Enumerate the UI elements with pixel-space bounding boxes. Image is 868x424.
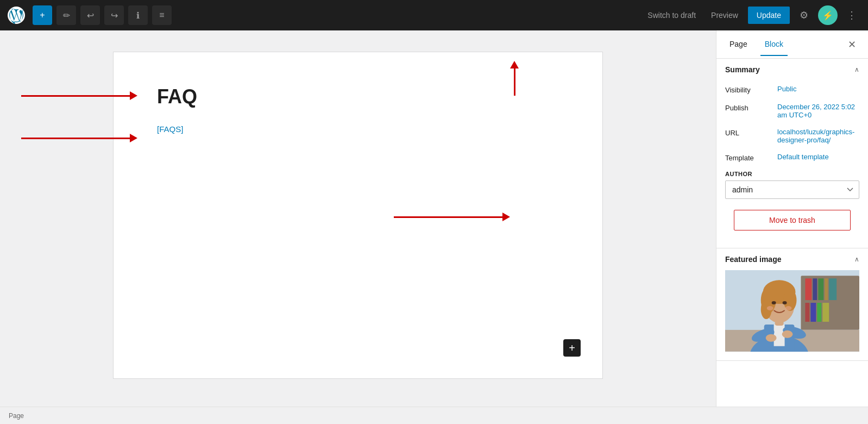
switch-to-draft-button[interactable]: Switch to draft <box>642 8 701 23</box>
svg-point-0 <box>8 7 25 24</box>
info-icon: ℹ <box>136 10 140 21</box>
svg-rect-8 <box>805 303 809 322</box>
add-block-toolbar-button[interactable]: + <box>33 5 52 25</box>
visibility-value[interactable]: Public <box>777 85 796 93</box>
shortcode-block[interactable]: [FAQS] <box>157 124 559 134</box>
sidebar-tabs: Page Block ✕ <box>716 30 868 59</box>
svg-point-18 <box>766 334 777 342</box>
svg-point-19 <box>782 331 793 338</box>
svg-rect-7 <box>829 278 836 300</box>
template-label: Template <box>725 153 769 162</box>
move-trash-container: Move to trash <box>716 205 868 248</box>
url-value[interactable]: localhost/luzuk/graphics-designer-pro/fa… <box>777 128 859 144</box>
status-bar: Page <box>0 407 868 424</box>
page-title-heading[interactable]: FAQ <box>157 85 559 108</box>
add-block-canvas-button[interactable]: + <box>563 339 581 357</box>
summary-publish-row: Publish December 26, 2022 5:02 am UTC+0 <box>716 98 868 123</box>
visibility-label: Visibility <box>725 85 769 94</box>
editor-canvas: FAQ [FAQS] + <box>114 52 602 378</box>
svg-rect-5 <box>818 278 823 300</box>
svg-rect-6 <box>825 278 828 300</box>
featured-image-section-header[interactable]: Featured image ∧ <box>716 248 868 270</box>
info-button[interactable]: ℹ <box>128 5 148 25</box>
chevron-up-icon: ∧ <box>854 66 859 73</box>
more-options-button[interactable]: ⋮ <box>842 5 861 25</box>
editor-area: FAQ [FAQS] + <box>0 30 716 407</box>
featured-image-container <box>716 270 868 360</box>
redo-icon: ↪ <box>111 10 118 21</box>
close-icon: ✕ <box>848 39 856 51</box>
tab-block[interactable]: Block <box>760 33 788 56</box>
featured-image-title: Featured image <box>725 255 781 264</box>
summary-section-title: Summary <box>725 65 760 74</box>
featured-image-section: Featured image ∧ <box>716 248 868 361</box>
svg-point-26 <box>772 301 776 304</box>
edit-button[interactable]: ✏ <box>56 5 76 25</box>
lightning-icon: ⚡ <box>822 10 833 21</box>
move-to-trash-button[interactable]: Move to trash <box>734 210 851 230</box>
close-sidebar-button[interactable]: ✕ <box>844 37 859 52</box>
template-value[interactable]: Default template <box>777 153 829 161</box>
featured-image-preview[interactable] <box>725 270 859 352</box>
author-label: AUTHOR <box>725 171 859 177</box>
summary-section-header[interactable]: Summary ∧ <box>716 59 868 80</box>
main-layout: FAQ [FAQS] + Page Block <box>0 30 868 407</box>
toolbar: + ✏ ↩ ↪ ℹ ≡ Switch to draft Preview Upda… <box>0 0 868 30</box>
tab-page[interactable]: Page <box>725 33 752 56</box>
url-label: URL <box>725 128 769 137</box>
annotation-arrow-shortcode <box>21 134 137 142</box>
summary-url-row: URL localhost/luzuk/graphics-designer-pr… <box>716 123 868 148</box>
svg-point-28 <box>767 306 773 310</box>
author-select[interactable]: admin <box>725 180 859 199</box>
summary-template-row: Template Default template <box>716 148 868 166</box>
status-text: Page <box>9 412 24 420</box>
preview-button[interactable]: Preview <box>706 8 744 23</box>
sidebar-content: Summary ∧ Visibility Public Publish Dece… <box>716 59 868 407</box>
summary-visibility-row: Visibility Public <box>716 80 868 98</box>
settings-button[interactable]: ⚙ <box>794 5 814 25</box>
svg-rect-4 <box>813 278 817 300</box>
svg-rect-10 <box>817 303 821 322</box>
plus-icon: + <box>569 342 575 354</box>
toolbar-right: Switch to draft Preview Update ⚙ ⚡ ⋮ <box>642 5 861 25</box>
list-view-button[interactable]: ≡ <box>152 5 172 25</box>
svg-rect-9 <box>810 303 816 322</box>
undo-button[interactable]: ↩ <box>80 5 100 25</box>
featured-chevron-up-icon: ∧ <box>854 255 859 263</box>
jetpack-button[interactable]: ⚡ <box>818 5 838 25</box>
publish-label: Publish <box>725 103 769 112</box>
pencil-icon: ✏ <box>63 10 70 21</box>
wp-logo[interactable] <box>7 5 26 25</box>
sidebar: Page Block ✕ Summary ∧ Visibility Public… <box>716 30 868 407</box>
list-icon: ≡ <box>159 10 164 20</box>
svg-point-29 <box>785 306 792 310</box>
author-section: AUTHOR admin <box>716 166 868 205</box>
svg-rect-3 <box>805 278 812 300</box>
annotation-arrow-faq <box>21 91 137 100</box>
ellipsis-icon: ⋮ <box>847 9 857 21</box>
undo-icon: ↩ <box>87 10 94 21</box>
publish-value[interactable]: December 26, 2022 5:02 am UTC+0 <box>777 103 859 119</box>
gear-icon: ⚙ <box>800 9 808 21</box>
plus-icon: + <box>40 10 45 20</box>
summary-section: Summary ∧ Visibility Public Publish Dece… <box>716 59 868 248</box>
update-button[interactable]: Update <box>748 7 790 24</box>
svg-point-27 <box>783 301 787 304</box>
svg-rect-11 <box>822 303 829 322</box>
redo-button[interactable]: ↪ <box>104 5 124 25</box>
